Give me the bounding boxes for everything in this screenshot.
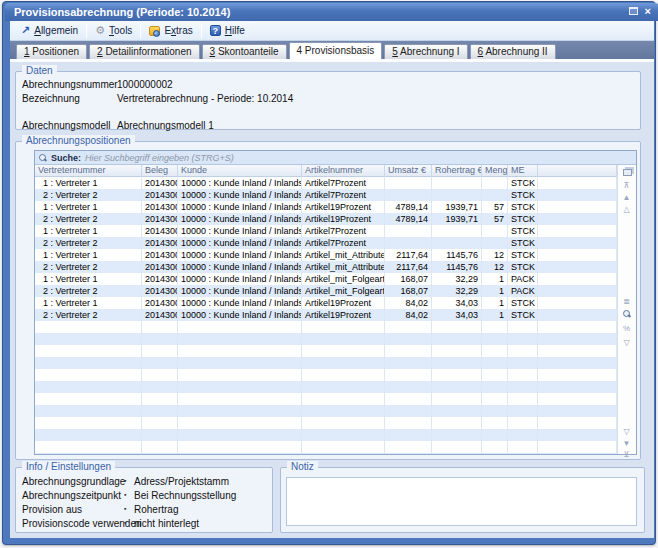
cell-kunde: 10000 : Kunde Inland / Inlandsort xyxy=(178,237,302,249)
menu-item-allgemein[interactable]: ↗Allgemein xyxy=(14,22,85,39)
grid-header-row[interactable]: VertreternummerBelegKundeArtikelnummerUm… xyxy=(35,165,617,177)
cell-menge xyxy=(482,393,508,405)
cell-menge xyxy=(482,333,508,345)
application-window: Provisionsabrechnung (Periode: 10.2014) … xyxy=(2,1,656,545)
title-bar[interactable]: Provisionsabrechnung (Periode: 10.2014) … xyxy=(5,3,658,21)
info-value: Bei Rechnungsstellung xyxy=(134,490,236,501)
scroll-page-down-icon[interactable]: ▼ xyxy=(617,439,636,449)
cell-kunde: 10000 : Kunde Inland / Inlandsort xyxy=(178,213,302,225)
cell-blank xyxy=(538,237,617,249)
cell-vertreternummer: 1 : Vertreter 1 xyxy=(35,177,142,189)
cell-beleg xyxy=(142,345,178,357)
column-header-me[interactable]: ME xyxy=(508,165,538,177)
cell-menge: 12 xyxy=(482,261,508,273)
grid-search-bar[interactable]: Suche: Hier Suchbegriff eingeben (STRG+S… xyxy=(35,151,636,165)
notiz-textarea[interactable] xyxy=(286,477,637,526)
group-abrechnungspositionen-legend: Abrechnungspositionen xyxy=(22,135,135,147)
cell-vertreternummer: 2 : Vertreter 2 xyxy=(35,261,142,273)
group-info-legend: Info / Einstellungen xyxy=(22,461,115,473)
cell-me: STCK xyxy=(508,177,538,189)
cell-umsatz xyxy=(385,321,432,333)
table-row[interactable]: 2 : Vertreter 22014300910000 : Kunde Inl… xyxy=(35,285,617,297)
edit-row-icon[interactable]: ≣ xyxy=(617,297,636,307)
cell-artikelnummer: Artikel19Prozent xyxy=(302,201,385,213)
table-row[interactable]: 1 : Vertreter 12014300910000 : Kunde Inl… xyxy=(35,201,617,213)
column-header-vertreternummer[interactable]: Vertreternummer xyxy=(35,165,142,177)
percent-icon[interactable]: % xyxy=(617,324,636,334)
cell-kunde xyxy=(178,453,302,454)
scroll-page-up-icon[interactable]: ▲ xyxy=(617,193,636,203)
scroll-first-row-icon[interactable]: ⊼ xyxy=(617,181,636,191)
column-chooser-icon[interactable] xyxy=(623,169,632,176)
cell-kunde xyxy=(178,357,302,369)
cell-artikelnummer: Artikel19Prozent xyxy=(302,309,385,321)
field-label: Bezeichnung xyxy=(22,93,80,104)
cell-menge xyxy=(482,381,508,393)
cell-blank xyxy=(538,225,617,237)
cell-vertreternummer xyxy=(35,333,142,345)
cell-umsatz: 4789,14 xyxy=(385,213,432,225)
cell-me xyxy=(508,333,538,345)
close-icon[interactable]: × xyxy=(645,6,651,16)
column-header-menge[interactable]: Menge xyxy=(482,165,508,177)
search-row-icon[interactable] xyxy=(617,310,636,321)
filter-icon[interactable]: ▽ xyxy=(617,338,636,348)
cell-beleg: 20143009 xyxy=(142,249,178,261)
scroll-row-down-icon[interactable]: ▽ xyxy=(617,427,636,437)
table-row[interactable]: 2 : Vertreter 22014300910000 : Kunde Inl… xyxy=(35,261,617,273)
restore-icon[interactable] xyxy=(629,7,638,15)
table-row[interactable]: 1 : Vertreter 12014300910000 : Kunde Inl… xyxy=(35,297,617,309)
tab-provisionsbasis[interactable]: 4 Provisionsbasis xyxy=(289,42,383,59)
allgemein-arrow-icon: ↗ xyxy=(21,24,30,37)
column-header-rohertrag[interactable]: Rohertrag € xyxy=(432,165,482,177)
menu-item-tools[interactable]: ⚙Tools xyxy=(88,22,139,39)
tab-detailinformationen[interactable]: 2 Detailinformationen xyxy=(89,44,200,59)
table-row[interactable]: 1 : Vertreter 12014300910000 : Kunde Inl… xyxy=(35,249,617,261)
cell-rohertrag xyxy=(432,345,482,357)
tab-abrechnung-i[interactable]: 5 Abrechnung I xyxy=(384,44,467,59)
scroll-row-up-icon[interactable]: △ xyxy=(617,205,636,215)
cell-artikelnummer xyxy=(302,417,385,429)
table-row[interactable]: 2 : Vertreter 22014300710000 : Kunde Inl… xyxy=(35,189,617,201)
table-row[interactable]: 1 : Vertreter 12014300910000 : Kunde Inl… xyxy=(35,273,617,285)
menu-item-hilfe[interactable]: ?Hilfe xyxy=(203,23,252,38)
cell-beleg: 20143009 xyxy=(142,273,178,285)
cell-me: STCK xyxy=(508,225,538,237)
table-row[interactable]: 1 : Vertreter 12014300710000 : Kunde Inl… xyxy=(35,177,617,189)
cell-umsatz xyxy=(385,369,432,381)
cell-blank xyxy=(538,189,617,201)
cell-umsatz: 84,02 xyxy=(385,297,432,309)
search-input[interactable]: Hier Suchbegriff eingeben (STRG+S) xyxy=(85,153,234,163)
column-header-beleg[interactable]: Beleg xyxy=(142,165,178,177)
table-row-empty xyxy=(35,345,617,357)
column-header-blank[interactable] xyxy=(538,165,617,177)
cell-me xyxy=(508,357,538,369)
cell-kunde: 10000 : Kunde Inland / Inlandsort xyxy=(178,249,302,261)
table-row[interactable]: 2 : Vertreter 22014300910000 : Kunde Inl… xyxy=(35,213,617,225)
cell-rohertrag xyxy=(432,333,482,345)
menu-item-label: Allgemein xyxy=(34,25,78,36)
cell-umsatz: 2117,64 xyxy=(385,249,432,261)
daten-field: AbrechnungsmodellAbrechnungsmodell 1 xyxy=(16,120,640,132)
cell-blank xyxy=(538,177,617,189)
column-header-kunde[interactable]: Kunde xyxy=(178,165,302,177)
tab-skontoanteile[interactable]: 3 Skontoanteile xyxy=(202,44,287,59)
column-header-artikelnummer[interactable]: Artikelnummer xyxy=(302,165,385,177)
cell-beleg: 20143009 xyxy=(142,297,178,309)
column-header-umsatz[interactable]: Umsatz € xyxy=(385,165,432,177)
menu-item-extras[interactable]: Extras xyxy=(142,23,199,38)
cell-blank xyxy=(538,429,617,441)
tab-positionen[interactable]: 1 Positionen xyxy=(16,44,87,59)
table-row[interactable]: 2 : Vertreter 22014300910000 : Kunde Inl… xyxy=(35,309,617,321)
cell-kunde: 10000 : Kunde Inland / Inlandsort xyxy=(178,177,302,189)
cell-vertreternummer xyxy=(35,381,142,393)
cell-beleg xyxy=(142,381,178,393)
tab-abrechnung-ii[interactable]: 6 Abrechnung II xyxy=(470,44,556,59)
table-row[interactable]: 2 : Vertreter 22014300910000 : Kunde Inl… xyxy=(35,237,617,249)
cell-umsatz: 168,07 xyxy=(385,285,432,297)
cell-artikelnummer xyxy=(302,381,385,393)
cell-beleg: 20143009 xyxy=(142,261,178,273)
scroll-last-row-icon[interactable]: ⊻ xyxy=(617,450,636,460)
cell-menge xyxy=(482,345,508,357)
table-row[interactable]: 1 : Vertreter 12014300910000 : Kunde Inl… xyxy=(35,225,617,237)
